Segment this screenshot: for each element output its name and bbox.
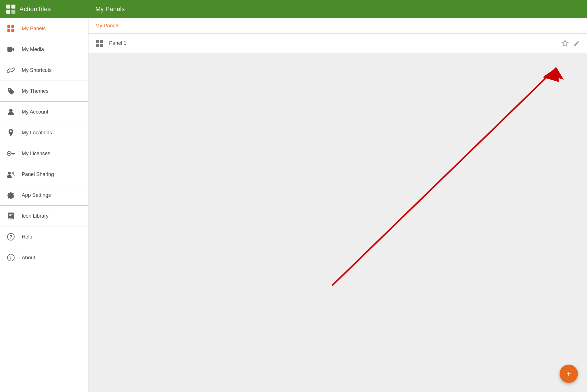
svg-marker-9: [12, 47, 14, 51]
fab-label: +: [566, 370, 571, 378]
sidebar-item-about[interactable]: About: [0, 247, 88, 268]
svg-rect-3: [11, 10, 15, 14]
svg-rect-0: [6, 5, 10, 9]
svg-point-23: [11, 256, 11, 257]
svg-rect-24: [11, 257, 11, 260]
section-title: My Panels: [95, 23, 119, 29]
people-icon: [6, 169, 16, 179]
sidebar-item-help[interactable]: ? Help: [0, 227, 88, 247]
sidebar-item-my-themes[interactable]: My Themes: [0, 81, 88, 102]
app-header: ActionTiles My Panels: [0, 0, 587, 18]
sidebar-item-icon-library[interactable]: Icon Library: [0, 206, 88, 227]
sidebar-item-my-locations[interactable]: My Locations: [0, 122, 88, 143]
gear-icon: [6, 190, 16, 200]
add-panel-fab[interactable]: +: [560, 365, 578, 383]
svg-rect-8: [7, 47, 12, 52]
sidebar-item-label: My Media: [22, 47, 44, 52]
person-icon: [6, 107, 16, 117]
svg-rect-7: [11, 29, 14, 32]
main-gray-area: [89, 53, 587, 392]
sidebar-item-label: About: [22, 255, 35, 261]
sidebar-item-my-panels[interactable]: My Panels: [0, 18, 88, 39]
panel-star-button[interactable]: [561, 40, 569, 47]
sidebar-item-label: Icon Library: [22, 213, 49, 219]
sidebar-item-label: My Themes: [22, 88, 49, 94]
panel-grid-icon: [95, 39, 103, 47]
header-page-title: My Panels: [95, 5, 125, 13]
red-arrow-annotation: [89, 53, 587, 392]
book-icon: [6, 211, 16, 221]
body-layout: My Panels My Media My Shortcuts: [0, 18, 587, 392]
sidebar-item-label: My Locations: [22, 130, 52, 136]
svg-marker-32: [548, 68, 564, 80]
help-icon: ?: [6, 232, 16, 242]
sidebar-item-label: App Settings: [22, 192, 51, 198]
video-icon: [6, 44, 16, 54]
app-logo-icon: [6, 4, 16, 14]
svg-rect-19: [9, 215, 11, 216]
svg-rect-1: [11, 5, 15, 9]
sidebar-item-my-shortcuts[interactable]: My Shortcuts: [0, 60, 88, 81]
tag-icon: [6, 86, 16, 96]
info-icon: [6, 252, 16, 263]
location-icon: [6, 128, 16, 138]
main-content: My Panels Panel 1: [89, 18, 587, 392]
sidebar-item-label: My Shortcuts: [22, 67, 52, 73]
sidebar-item-label: My Panels: [22, 26, 46, 32]
svg-point-10: [9, 89, 10, 90]
svg-point-11: [9, 109, 13, 112]
svg-point-16: [12, 172, 14, 174]
key-icon: [6, 148, 16, 159]
panel-list: Panel 1: [89, 34, 587, 53]
grid-icon: [6, 23, 16, 34]
svg-rect-28: [100, 44, 103, 47]
sidebar-item-my-media[interactable]: My Media: [0, 39, 88, 60]
svg-rect-5: [11, 25, 14, 28]
svg-text:?: ?: [9, 235, 12, 239]
svg-point-14: [8, 153, 10, 154]
sidebar-item-label: My Account: [22, 109, 48, 115]
svg-point-15: [8, 172, 11, 175]
svg-rect-27: [96, 44, 99, 47]
sidebar-item-my-licenses[interactable]: My Licenses: [0, 143, 88, 164]
svg-rect-25: [96, 40, 99, 43]
panel-item[interactable]: Panel 1: [89, 34, 587, 53]
sidebar-item-my-account[interactable]: My Account: [0, 102, 88, 122]
header-main-area: My Panels: [89, 5, 587, 13]
svg-line-30: [332, 68, 557, 286]
sidebar-item-panel-sharing[interactable]: Panel Sharing: [0, 164, 88, 185]
sidebar-item-label: Panel Sharing: [22, 171, 54, 177]
panel-item-name: Panel 1: [109, 40, 561, 46]
link-icon: [6, 65, 16, 75]
panel-item-actions: [561, 40, 580, 47]
panel-edit-button[interactable]: [573, 40, 580, 47]
svg-rect-6: [7, 29, 10, 32]
svg-rect-26: [100, 40, 103, 43]
main-section-header: My Panels: [89, 18, 587, 34]
svg-rect-4: [7, 25, 10, 28]
svg-point-12: [10, 130, 12, 132]
svg-rect-18: [9, 214, 13, 215]
svg-point-17: [9, 218, 10, 219]
svg-marker-29: [562, 40, 568, 46]
sidebar-item-label: My Licenses: [22, 151, 50, 157]
svg-marker-31: [543, 68, 559, 82]
svg-rect-2: [6, 10, 10, 14]
app-name-label: ActionTiles: [19, 5, 51, 13]
sidebar: My Panels My Media My Shortcuts: [0, 18, 89, 392]
sidebar-item-app-settings[interactable]: App Settings: [0, 185, 88, 206]
sidebar-item-label: Help: [22, 234, 32, 240]
header-sidebar-area: ActionTiles: [0, 4, 89, 14]
